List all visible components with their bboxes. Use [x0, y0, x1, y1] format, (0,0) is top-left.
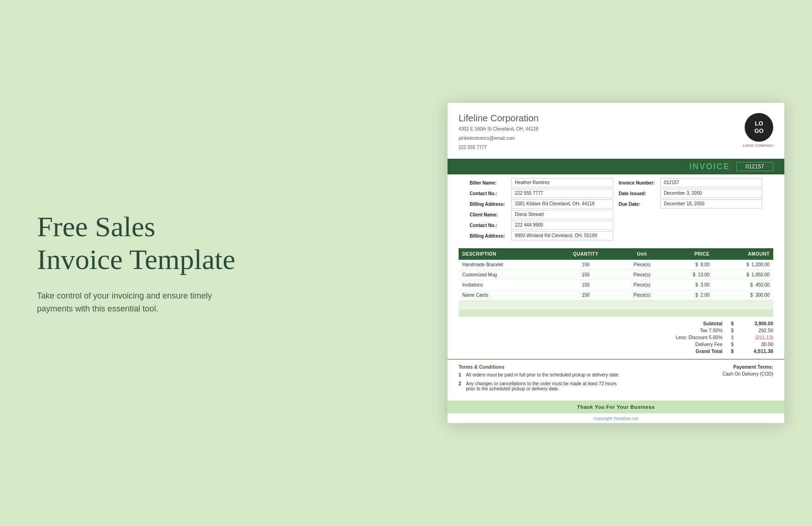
empty-row-2	[459, 310, 773, 317]
cell-quantity: 150	[554, 270, 618, 280]
company-address: 4302 E 160th St Cleveland, OH, 44128	[459, 126, 538, 133]
cell-quantity: 150	[554, 280, 618, 290]
client-address-label: Billing Address:	[470, 233, 511, 239]
client-contact-field: Contact No.: 222 444 9900	[470, 221, 613, 230]
table-row: Invitations 150 Piece(s) $ 3.00 $ 450.00	[459, 280, 773, 290]
grand-total-row: Grand Total $ 4,011.38	[644, 348, 773, 354]
cell-amount: $ 1,950.00	[713, 270, 773, 280]
due-date-label: Due Date:	[619, 202, 660, 207]
terms-section: Terms & Conditions 1 All orders must be …	[448, 359, 784, 399]
row-client-name: Client Name: Diana Stewart	[459, 210, 773, 219]
invoice-header: Lifeline Corporation 4302 E 160th St Cle…	[448, 103, 784, 159]
subtotal-currency: $	[727, 321, 736, 326]
invoice-number-box: 012157	[736, 162, 773, 171]
company-name-bold: Lifeline	[459, 113, 488, 123]
tax-value: 292.50	[736, 328, 773, 333]
left-panel: Free Sales Invoice Template Take control…	[28, 201, 286, 325]
delivery-row: Delivery Fee $ 30.00	[644, 341, 773, 347]
cell-unit: Piece(s)	[618, 260, 666, 270]
cell-quantity: 150	[554, 290, 618, 300]
cell-price: $ 8.00	[666, 260, 713, 270]
tax-row: Tax 7.50% $ 292.50	[644, 328, 773, 333]
discount-value: (211.13)	[736, 335, 773, 340]
tax-label: Tax 7.50%	[658, 328, 727, 333]
row-billing-address: Billing Address: 3381 Kildare Rd Clevela…	[459, 199, 773, 209]
due-date-field: Due Date: December 18, 2050	[619, 199, 762, 209]
subtotal-row: Subtotal $ 3,900.00	[644, 321, 773, 326]
row-client-address: Billing Address: 9900 Winland Rd Clevela…	[459, 231, 773, 240]
client-name-field: Client Name: Diana Stewart	[470, 210, 613, 219]
col-quantity: QUANTITY	[554, 248, 618, 260]
biller-address-value: 3381 Kildare Rd Cleveland, OH, 44118	[511, 199, 613, 209]
biller-fields: Biller Name: Heather Ramirez Invoice Num…	[448, 174, 784, 244]
client-contact-label: Contact No.:	[470, 223, 511, 228]
delivery-label: Delivery Fee	[658, 341, 727, 347]
date-issued-field: Date Issued: December 3, 2050	[619, 189, 762, 198]
biller-name-label: Biller Name:	[470, 180, 511, 185]
company-name: Lifeline Corporation	[459, 113, 538, 124]
col-amount: AMOUNT	[713, 248, 773, 260]
client-contact-value: 222 444 9900	[511, 221, 613, 230]
discount-currency: $	[727, 335, 736, 340]
due-date-value: December 18, 2050	[660, 199, 762, 209]
headline: Free Sales Invoice Template	[37, 210, 277, 276]
subtotal-value: 3,900.00	[736, 321, 773, 326]
company-logo: LO GO	[745, 113, 773, 142]
cell-price: $ 3.00	[666, 280, 713, 290]
biller-name-field: Biller Name: Heather Ramirez	[470, 178, 613, 187]
date-issued-label: Date Issued:	[619, 191, 660, 196]
grand-total-currency: $	[727, 348, 736, 354]
terms-right: Payement Terms: Cash On Delivery (COD)	[639, 364, 773, 395]
discount-label: Less: Discount 5.00%	[658, 335, 727, 340]
cell-description: Customized Mug	[459, 270, 554, 280]
terms-item-2: 2 Any changes or cancellations to the or…	[459, 381, 626, 391]
table-row: Name Cards 150 Piece(s) $ 2.00 $ 300.00	[459, 290, 773, 300]
delivery-currency: $	[727, 341, 736, 347]
cell-description: Name Cards	[459, 290, 554, 300]
biller-address-field: Billing Address: 3381 Kildare Rd Clevela…	[470, 199, 613, 209]
payment-value: Cash On Delivery (COD)	[639, 371, 773, 377]
col-description: DESCRIPTION	[459, 248, 554, 260]
invoice-number-value: 012157	[660, 178, 762, 187]
cell-unit: Piece(s)	[618, 280, 666, 290]
cell-amount: $ 450.00	[713, 280, 773, 290]
items-table: DESCRIPTION QUANTITY Unit PRICE AMOUNT H…	[459, 248, 773, 317]
company-phone: 222 555 7777	[459, 144, 538, 151]
subtotal-label: Subtotal	[658, 321, 727, 326]
tax-currency: $	[727, 328, 736, 333]
invoice-title: INVOICE	[689, 162, 730, 172]
terms-left: Terms & Conditions 1 All orders must be …	[459, 364, 626, 395]
row-client-contact: Contact No.: 222 444 9900	[459, 221, 773, 230]
subtext: Take control of your invoicing and ensur…	[37, 289, 277, 316]
invoice-copyright: Copyright Template.net	[448, 413, 784, 423]
biller-name-value: Heather Ramirez	[511, 178, 613, 187]
cell-price: $ 13.00	[666, 270, 713, 280]
client-address-field: Billing Address: 9900 Winland Rd Clevela…	[470, 231, 613, 240]
company-info: Lifeline Corporation 4302 E 160th St Cle…	[459, 113, 538, 151]
discount-row: Less: Discount 5.00% $ (211.13)	[644, 335, 773, 340]
invoice-footer: Thank You For Your Business	[448, 400, 784, 413]
biller-contact-label: Contact No.:	[470, 191, 511, 196]
row-contact: Contact No.: 222 555 7777 Date Issued: D…	[459, 189, 773, 198]
cell-description: Invitations	[459, 280, 554, 290]
cell-unit: Piece(s)	[618, 270, 666, 280]
cell-quantity: 150	[554, 260, 618, 270]
biller-address-label: Billing Address:	[470, 202, 511, 207]
biller-contact-value: 222 555 7777	[511, 189, 613, 198]
terms-text-1: All orders must be paid in full prior to…	[466, 372, 620, 377]
items-table-wrap: DESCRIPTION QUANTITY Unit PRICE AMOUNT H…	[448, 244, 784, 317]
grand-total-value: 4,011.38	[736, 348, 773, 354]
table-header-row: DESCRIPTION QUANTITY Unit PRICE AMOUNT	[459, 248, 773, 260]
cell-amount: $ 1,200.00	[713, 260, 773, 270]
col-price: PRICE	[666, 248, 713, 260]
company-email: pinkelectronics@email.com	[459, 135, 538, 142]
logo-label: LOGO COMPANY	[743, 143, 773, 148]
invoice-panel: Lifeline Corporation 4302 E 160th St Cle…	[448, 103, 784, 423]
date-issued-value: December 3, 2050	[660, 189, 762, 198]
invoice-number-label: Invoice Number:	[619, 180, 660, 185]
client-address-spacer	[619, 231, 762, 240]
cell-description: Handmade Bracelet	[459, 260, 554, 270]
totals-section: Subtotal $ 3,900.00 Tax 7.50% $ 292.50 L…	[448, 317, 784, 359]
client-name-label: Client Name:	[470, 212, 511, 217]
terms-num-1: 1	[459, 372, 463, 377]
